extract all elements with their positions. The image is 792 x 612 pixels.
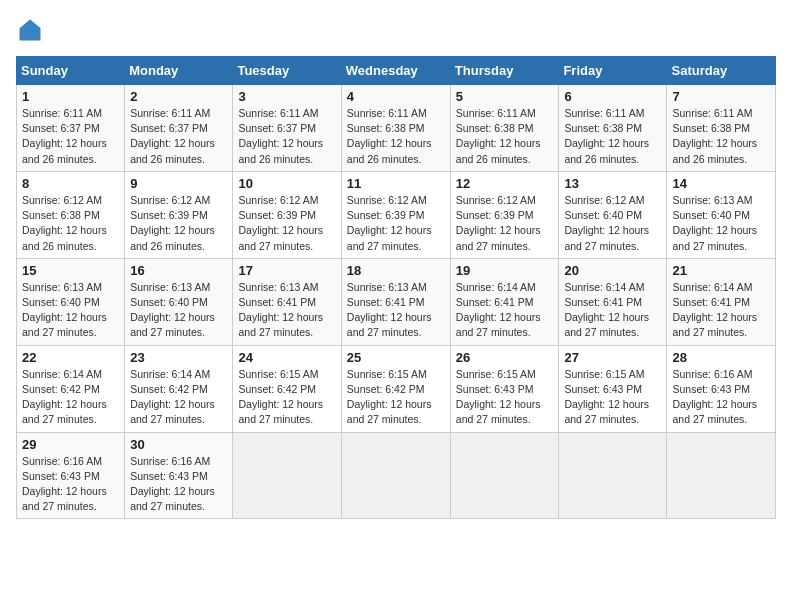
calendar-week-3: 15Sunrise: 6:13 AMSunset: 6:40 PMDayligh… <box>17 258 776 345</box>
day-cell-16: 16Sunrise: 6:13 AMSunset: 6:40 PMDayligh… <box>125 258 233 345</box>
day-cell-30: 30Sunrise: 6:16 AMSunset: 6:43 PMDayligh… <box>125 432 233 519</box>
day-number: 3 <box>238 89 335 104</box>
day-number: 22 <box>22 350 119 365</box>
day-number: 10 <box>238 176 335 191</box>
calendar-week-5: 29Sunrise: 6:16 AMSunset: 6:43 PMDayligh… <box>17 432 776 519</box>
day-info: Sunrise: 6:11 AMSunset: 6:37 PMDaylight:… <box>130 106 227 167</box>
day-number: 27 <box>564 350 661 365</box>
day-number: 29 <box>22 437 119 452</box>
day-info: Sunrise: 6:13 AMSunset: 6:40 PMDaylight:… <box>672 193 770 254</box>
day-cell-17: 17Sunrise: 6:13 AMSunset: 6:41 PMDayligh… <box>233 258 341 345</box>
day-info: Sunrise: 6:12 AMSunset: 6:38 PMDaylight:… <box>22 193 119 254</box>
day-info: Sunrise: 6:15 AMSunset: 6:42 PMDaylight:… <box>347 367 445 428</box>
day-info: Sunrise: 6:14 AMSunset: 6:41 PMDaylight:… <box>564 280 661 341</box>
day-number: 24 <box>238 350 335 365</box>
day-number: 28 <box>672 350 770 365</box>
day-number: 26 <box>456 350 554 365</box>
column-header-friday: Friday <box>559 57 667 85</box>
column-header-thursday: Thursday <box>450 57 559 85</box>
day-number: 8 <box>22 176 119 191</box>
page-header <box>16 16 776 44</box>
column-header-sunday: Sunday <box>17 57 125 85</box>
calendar-table: SundayMondayTuesdayWednesdayThursdayFrid… <box>16 56 776 519</box>
day-cell-4: 4Sunrise: 6:11 AMSunset: 6:38 PMDaylight… <box>341 85 450 172</box>
day-info: Sunrise: 6:14 AMSunset: 6:42 PMDaylight:… <box>130 367 227 428</box>
day-info: Sunrise: 6:12 AMSunset: 6:40 PMDaylight:… <box>564 193 661 254</box>
day-cell-20: 20Sunrise: 6:14 AMSunset: 6:41 PMDayligh… <box>559 258 667 345</box>
day-info: Sunrise: 6:16 AMSunset: 6:43 PMDaylight:… <box>672 367 770 428</box>
day-info: Sunrise: 6:14 AMSunset: 6:41 PMDaylight:… <box>672 280 770 341</box>
day-number: 2 <box>130 89 227 104</box>
day-info: Sunrise: 6:11 AMSunset: 6:37 PMDaylight:… <box>238 106 335 167</box>
day-cell-27: 27Sunrise: 6:15 AMSunset: 6:43 PMDayligh… <box>559 345 667 432</box>
day-cell-22: 22Sunrise: 6:14 AMSunset: 6:42 PMDayligh… <box>17 345 125 432</box>
day-number: 20 <box>564 263 661 278</box>
column-header-tuesday: Tuesday <box>233 57 341 85</box>
calendar-week-1: 1Sunrise: 6:11 AMSunset: 6:37 PMDaylight… <box>17 85 776 172</box>
day-info: Sunrise: 6:11 AMSunset: 6:38 PMDaylight:… <box>347 106 445 167</box>
day-cell-25: 25Sunrise: 6:15 AMSunset: 6:42 PMDayligh… <box>341 345 450 432</box>
day-number: 18 <box>347 263 445 278</box>
day-cell-2: 2Sunrise: 6:11 AMSunset: 6:37 PMDaylight… <box>125 85 233 172</box>
column-header-wednesday: Wednesday <box>341 57 450 85</box>
empty-cell <box>341 432 450 519</box>
day-info: Sunrise: 6:13 AMSunset: 6:40 PMDaylight:… <box>130 280 227 341</box>
day-number: 19 <box>456 263 554 278</box>
day-cell-13: 13Sunrise: 6:12 AMSunset: 6:40 PMDayligh… <box>559 171 667 258</box>
day-cell-29: 29Sunrise: 6:16 AMSunset: 6:43 PMDayligh… <box>17 432 125 519</box>
day-number: 5 <box>456 89 554 104</box>
empty-cell <box>667 432 776 519</box>
day-cell-8: 8Sunrise: 6:12 AMSunset: 6:38 PMDaylight… <box>17 171 125 258</box>
day-cell-14: 14Sunrise: 6:13 AMSunset: 6:40 PMDayligh… <box>667 171 776 258</box>
day-cell-18: 18Sunrise: 6:13 AMSunset: 6:41 PMDayligh… <box>341 258 450 345</box>
day-info: Sunrise: 6:13 AMSunset: 6:40 PMDaylight:… <box>22 280 119 341</box>
day-number: 11 <box>347 176 445 191</box>
day-number: 1 <box>22 89 119 104</box>
day-info: Sunrise: 6:14 AMSunset: 6:42 PMDaylight:… <box>22 367 119 428</box>
day-info: Sunrise: 6:11 AMSunset: 6:38 PMDaylight:… <box>672 106 770 167</box>
day-number: 12 <box>456 176 554 191</box>
day-cell-6: 6Sunrise: 6:11 AMSunset: 6:38 PMDaylight… <box>559 85 667 172</box>
empty-cell <box>450 432 559 519</box>
column-header-monday: Monday <box>125 57 233 85</box>
day-cell-12: 12Sunrise: 6:12 AMSunset: 6:39 PMDayligh… <box>450 171 559 258</box>
day-info: Sunrise: 6:16 AMSunset: 6:43 PMDaylight:… <box>130 454 227 515</box>
day-cell-15: 15Sunrise: 6:13 AMSunset: 6:40 PMDayligh… <box>17 258 125 345</box>
empty-cell <box>233 432 341 519</box>
day-number: 9 <box>130 176 227 191</box>
day-cell-1: 1Sunrise: 6:11 AMSunset: 6:37 PMDaylight… <box>17 85 125 172</box>
day-number: 25 <box>347 350 445 365</box>
day-cell-24: 24Sunrise: 6:15 AMSunset: 6:42 PMDayligh… <box>233 345 341 432</box>
day-number: 30 <box>130 437 227 452</box>
day-info: Sunrise: 6:11 AMSunset: 6:38 PMDaylight:… <box>564 106 661 167</box>
day-number: 17 <box>238 263 335 278</box>
day-cell-26: 26Sunrise: 6:15 AMSunset: 6:43 PMDayligh… <box>450 345 559 432</box>
day-info: Sunrise: 6:14 AMSunset: 6:41 PMDaylight:… <box>456 280 554 341</box>
day-cell-3: 3Sunrise: 6:11 AMSunset: 6:37 PMDaylight… <box>233 85 341 172</box>
day-cell-11: 11Sunrise: 6:12 AMSunset: 6:39 PMDayligh… <box>341 171 450 258</box>
day-number: 15 <box>22 263 119 278</box>
day-info: Sunrise: 6:13 AMSunset: 6:41 PMDaylight:… <box>347 280 445 341</box>
day-info: Sunrise: 6:15 AMSunset: 6:42 PMDaylight:… <box>238 367 335 428</box>
day-info: Sunrise: 6:12 AMSunset: 6:39 PMDaylight:… <box>238 193 335 254</box>
day-number: 13 <box>564 176 661 191</box>
day-number: 23 <box>130 350 227 365</box>
day-number: 16 <box>130 263 227 278</box>
day-info: Sunrise: 6:16 AMSunset: 6:43 PMDaylight:… <box>22 454 119 515</box>
day-number: 7 <box>672 89 770 104</box>
day-info: Sunrise: 6:12 AMSunset: 6:39 PMDaylight:… <box>347 193 445 254</box>
day-cell-10: 10Sunrise: 6:12 AMSunset: 6:39 PMDayligh… <box>233 171 341 258</box>
day-cell-9: 9Sunrise: 6:12 AMSunset: 6:39 PMDaylight… <box>125 171 233 258</box>
day-cell-21: 21Sunrise: 6:14 AMSunset: 6:41 PMDayligh… <box>667 258 776 345</box>
day-cell-23: 23Sunrise: 6:14 AMSunset: 6:42 PMDayligh… <box>125 345 233 432</box>
day-info: Sunrise: 6:15 AMSunset: 6:43 PMDaylight:… <box>456 367 554 428</box>
svg-marker-1 <box>30 20 41 29</box>
empty-cell <box>559 432 667 519</box>
calendar-week-2: 8Sunrise: 6:12 AMSunset: 6:38 PMDaylight… <box>17 171 776 258</box>
day-info: Sunrise: 6:11 AMSunset: 6:38 PMDaylight:… <box>456 106 554 167</box>
day-cell-28: 28Sunrise: 6:16 AMSunset: 6:43 PMDayligh… <box>667 345 776 432</box>
day-info: Sunrise: 6:12 AMSunset: 6:39 PMDaylight:… <box>456 193 554 254</box>
calendar-header-row: SundayMondayTuesdayWednesdayThursdayFrid… <box>17 57 776 85</box>
day-number: 21 <box>672 263 770 278</box>
day-info: Sunrise: 6:13 AMSunset: 6:41 PMDaylight:… <box>238 280 335 341</box>
